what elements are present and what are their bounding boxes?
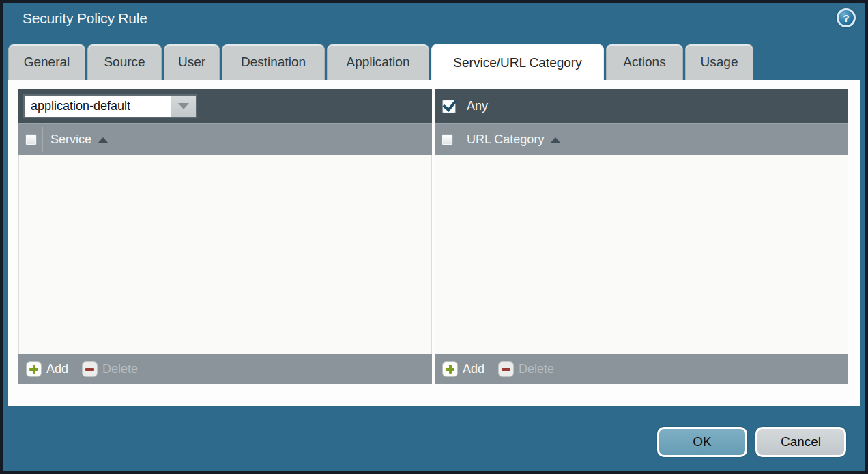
service-table-body: [18, 155, 432, 354]
tab-content-area: Service Add Delete Any: [8, 80, 860, 406]
any-checkbox[interactable]: [442, 100, 456, 113]
service-add-button[interactable]: Add: [27, 362, 68, 376]
sort-ascending-icon: [98, 137, 108, 143]
tab-service-url-category[interactable]: Service/URL Category: [431, 44, 604, 81]
url-category-table-header: URL Category: [435, 123, 848, 155]
minus-icon: [499, 362, 513, 376]
service-table-header: Service: [18, 123, 432, 155]
service-panel: Service Add Delete: [18, 89, 432, 384]
service-delete-button[interactable]: Delete: [83, 362, 138, 376]
help-icon[interactable]: ?: [837, 8, 856, 27]
add-button-label: Add: [46, 362, 68, 376]
tab-general[interactable]: General: [8, 44, 85, 80]
service-type-dropdown-button[interactable]: [171, 94, 197, 118]
tab-actions[interactable]: Actions: [606, 44, 683, 80]
add-button-label: Add: [463, 362, 484, 376]
url-category-add-button[interactable]: Add: [443, 362, 484, 376]
delete-button-label: Delete: [519, 362, 554, 376]
delete-button-label: Delete: [102, 362, 138, 376]
tab-destination[interactable]: Destination: [222, 44, 325, 80]
url-category-table-body: [435, 155, 848, 354]
dialog-title: Security Policy Rule: [23, 10, 147, 27]
url-category-column-header-label[interactable]: URL Category: [467, 133, 544, 147]
service-type-combobox: [23, 94, 197, 118]
tab-source[interactable]: Source: [87, 44, 162, 80]
service-type-input[interactable]: [23, 94, 171, 118]
any-checkbox-label: Any: [467, 99, 488, 113]
minus-icon: [83, 362, 97, 376]
column-divider: [42, 127, 43, 152]
url-category-panel-footer: Add Delete: [435, 354, 848, 384]
question-mark-glyph: ?: [843, 12, 849, 24]
service-select-all-checkbox[interactable]: [25, 134, 37, 145]
triangle-down-icon: [178, 103, 189, 109]
url-category-delete-button[interactable]: Delete: [499, 362, 554, 376]
tab-bar: General Source User Destination Applicat…: [8, 44, 753, 80]
url-category-panel: Any URL Category Add Delete: [435, 89, 848, 384]
tab-usage[interactable]: Usage: [685, 44, 753, 80]
tab-user[interactable]: User: [164, 44, 220, 80]
url-category-panel-toolbar: Any: [435, 89, 848, 123]
ok-button[interactable]: OK: [657, 427, 747, 457]
service-panel-footer: Add Delete: [18, 354, 432, 384]
plus-icon: [27, 362, 41, 376]
tab-application[interactable]: Application: [327, 44, 429, 80]
dialog-action-buttons: OK Cancel: [657, 427, 846, 457]
service-panel-toolbar: [18, 89, 432, 123]
sort-ascending-icon: [550, 137, 561, 143]
url-category-select-all-checkbox[interactable]: [442, 134, 453, 145]
cancel-button[interactable]: Cancel: [755, 427, 846, 457]
column-divider: [459, 127, 459, 152]
security-policy-rule-dialog: Security Policy Rule ? General Source Us…: [0, 0, 868, 474]
plus-icon: [443, 362, 457, 376]
service-column-header-label[interactable]: Service: [50, 133, 91, 147]
